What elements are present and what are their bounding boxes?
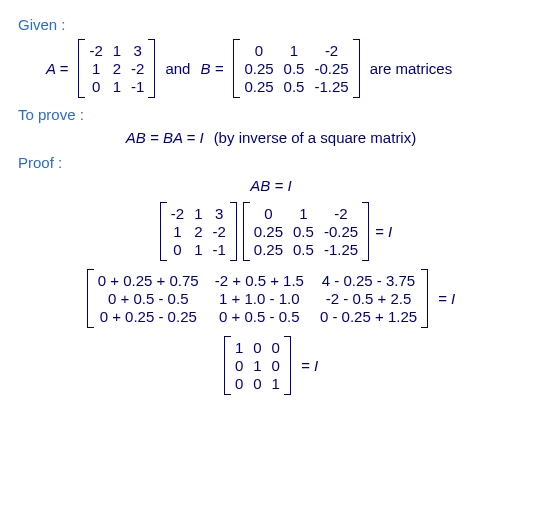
- cell: 0: [272, 357, 280, 374]
- cell: 1: [235, 339, 243, 356]
- heading-to-prove: To prove :: [18, 106, 524, 123]
- cell: 0.5: [293, 223, 314, 240]
- cell: 0.5: [293, 241, 314, 258]
- bracket-right: [421, 269, 428, 328]
- bracket-left: [78, 39, 85, 98]
- ab-equals-i-row: AB = I: [18, 177, 524, 194]
- product-row: -213 12-2 01-1 01-2 0.250.5-0.25 0.250.5…: [18, 202, 524, 261]
- cell: -1.25: [314, 78, 348, 95]
- matrix-a: -213 12-2 01-1: [78, 39, 155, 98]
- cell: -1: [131, 78, 144, 95]
- cell: 0: [89, 78, 102, 95]
- matrix-a-copy: -213 12-2 01-1: [160, 202, 237, 261]
- cell: 0: [253, 375, 261, 392]
- given-equation-row: A = -213 12-2 01-1 and B = 01-2 0.250.5-…: [46, 39, 524, 98]
- bracket-right: [148, 39, 155, 98]
- cell: 0: [272, 339, 280, 356]
- cell: -2: [324, 205, 358, 222]
- cell: 3: [212, 205, 225, 222]
- bracket-right: [284, 336, 291, 395]
- cell: 1: [253, 357, 261, 374]
- cell: -2: [314, 42, 348, 59]
- cell: 0 + 0.25 + 0.75: [98, 272, 199, 289]
- matrix-identity-cells: 100 010 001: [231, 336, 284, 395]
- cell: 0.25: [254, 241, 283, 258]
- matrix-b-cells: 01-2 0.250.5-0.25 0.250.5-1.25: [240, 39, 352, 98]
- cell: 1: [194, 205, 202, 222]
- cell: 0: [254, 205, 283, 222]
- cell: -2: [89, 42, 102, 59]
- cell: 1: [171, 223, 184, 240]
- bracket-right: [362, 202, 369, 261]
- to-prove-row: AB = BA = I (by inverse of a square matr…: [18, 129, 524, 146]
- cell: 0.25: [254, 223, 283, 240]
- cell: 3: [131, 42, 144, 59]
- cell: 1: [89, 60, 102, 77]
- bracket-left: [233, 39, 240, 98]
- cell: 0 + 0.5 - 0.5: [215, 308, 304, 325]
- cell: 1: [113, 78, 121, 95]
- cell: 1: [293, 205, 314, 222]
- cell: 4 - 0.25 - 3.75: [320, 272, 417, 289]
- bracket-right: [353, 39, 360, 98]
- cell: -2: [131, 60, 144, 77]
- matrix-a-cells: -213 12-2 01-1: [85, 39, 148, 98]
- matrix-b: 01-2 0.250.5-0.25 0.250.5-1.25: [233, 39, 359, 98]
- bracket-left: [243, 202, 250, 261]
- cell: -2: [212, 223, 225, 240]
- label-and: and: [165, 60, 190, 77]
- cell: 1: [272, 375, 280, 392]
- cell: 0 + 0.5 - 0.5: [98, 290, 199, 307]
- cell: -1: [212, 241, 225, 258]
- matrix-expanded: 0 + 0.25 + 0.75-2 + 0.5 + 1.54 - 0.25 - …: [87, 269, 428, 328]
- matrix-a-copy-cells: -213 12-2 01-1: [167, 202, 230, 261]
- bracket-left: [224, 336, 231, 395]
- cell: -2: [171, 205, 184, 222]
- cell: 0: [253, 339, 261, 356]
- cell: 0: [235, 375, 243, 392]
- heading-proof: Proof :: [18, 154, 524, 171]
- cell: -2 + 0.5 + 1.5: [215, 272, 304, 289]
- cell: 0.5: [284, 60, 305, 77]
- cell: -2 - 0.5 + 2.5: [320, 290, 417, 307]
- equals-i-2: = I: [438, 290, 455, 307]
- prove-note: (by inverse of a square matrix): [214, 129, 417, 146]
- prove-equation: AB = BA = I: [126, 129, 204, 146]
- cell: 0.25: [244, 60, 273, 77]
- cell: 2: [194, 223, 202, 240]
- cell: 1 + 1.0 - 1.0: [215, 290, 304, 307]
- bracket-left: [87, 269, 94, 328]
- cell: 0.25: [244, 78, 273, 95]
- expanded-row: 0 + 0.25 + 0.75-2 + 0.5 + 1.54 - 0.25 - …: [18, 269, 524, 328]
- matrix-b-copy: 01-2 0.250.5-0.25 0.250.5-1.25: [243, 202, 369, 261]
- cell: 1: [113, 42, 121, 59]
- bracket-right: [230, 202, 237, 261]
- label-are-matrices: are matrices: [370, 60, 453, 77]
- cell: 1: [194, 241, 202, 258]
- identity-row: 100 010 001 = I: [18, 336, 524, 395]
- cell: 0 - 0.25 + 1.25: [320, 308, 417, 325]
- label-a-equals: A =: [46, 60, 68, 77]
- ab-equals-i: AB = I: [250, 177, 291, 194]
- cell: -1.25: [324, 241, 358, 258]
- cell: -0.25: [314, 60, 348, 77]
- cell: -0.25: [324, 223, 358, 240]
- cell: 0: [171, 241, 184, 258]
- matrix-identity: 100 010 001: [224, 336, 291, 395]
- cell: 1: [284, 42, 305, 59]
- label-b-equals: B =: [200, 60, 223, 77]
- cell: 0: [244, 42, 273, 59]
- cell: 2: [113, 60, 121, 77]
- cell: 0: [235, 357, 243, 374]
- equals-i-1: = I: [375, 223, 392, 240]
- bracket-left: [160, 202, 167, 261]
- cell: 0 + 0.25 - 0.25: [98, 308, 199, 325]
- equals-i-3: = I: [301, 357, 318, 374]
- matrix-expanded-cells: 0 + 0.25 + 0.75-2 + 0.5 + 1.54 - 0.25 - …: [94, 269, 421, 328]
- heading-given: Given :: [18, 16, 524, 33]
- matrix-b-copy-cells: 01-2 0.250.5-0.25 0.250.5-1.25: [250, 202, 362, 261]
- cell: 0.5: [284, 78, 305, 95]
